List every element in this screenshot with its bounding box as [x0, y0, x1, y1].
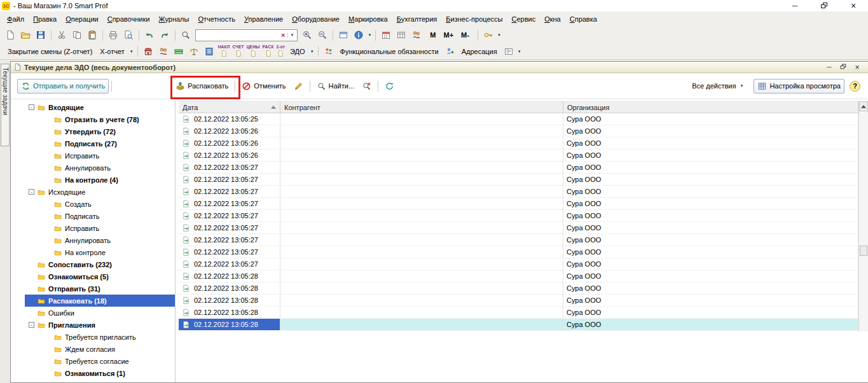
tree-item[interactable]: Исправить [11, 222, 175, 234]
tree-item[interactable]: Утвердить (72) [11, 125, 175, 137]
find-button[interactable]: Найти... [313, 79, 359, 94]
vertical-scrollbar[interactable] [858, 101, 868, 331]
table-row[interactable]: 02.12.2022 13:05:26Сура ООО [179, 150, 858, 162]
clear-find-button[interactable] [358, 79, 375, 94]
column-header-counterparty[interactable]: Контрагент [280, 101, 563, 113]
tree-item[interactable]: Аннулировать [11, 162, 175, 174]
scales-icon[interactable] [187, 45, 201, 59]
view-settings-button[interactable]: Настройка просмотра [754, 79, 844, 94]
collapse-icon[interactable]: - [29, 322, 34, 328]
table-row[interactable]: 02.12.2022 13:05:25Сура ООО [179, 113, 858, 125]
column-header-organization[interactable]: Организация [563, 101, 858, 113]
tree-item[interactable]: Ошибки [11, 307, 175, 319]
menu-item-5[interactable]: Журналы [154, 13, 193, 25]
redo-icon[interactable] [158, 28, 172, 42]
table-row[interactable]: 02.12.2022 13:05:26Сура ООО [179, 125, 858, 137]
tree-item[interactable]: Сопоставить (232) [11, 258, 175, 270]
save-icon[interactable] [34, 28, 48, 42]
table-row[interactable]: 02.12.2022 13:05:27Сура ООО [179, 234, 858, 246]
close-button[interactable]: × [839, 1, 868, 11]
menu-item-2[interactable]: Правка [29, 13, 61, 25]
functional-duties-button[interactable]: Функциональные обязанности [336, 46, 443, 57]
table-row[interactable]: 02.12.2022 13:05:28Сура ООО [179, 282, 858, 295]
doc-shortcut-button[interactable]: 2-от [277, 45, 286, 58]
all-actions-button[interactable]: Все действия▼ [688, 80, 748, 92]
edo-restore-button[interactable] [839, 64, 848, 71]
scroll-up-icon[interactable] [859, 101, 868, 111]
tree-item[interactable]: -Входящие [11, 101, 175, 113]
menu-item-6[interactable]: Отчетность [193, 13, 240, 25]
window-icon[interactable] [336, 28, 350, 42]
table-row[interactable]: 02.12.2022 13:05:27Сура ООО [179, 198, 858, 210]
cancel-button[interactable]: Отменить [238, 79, 289, 94]
info-icon[interactable] [352, 28, 366, 42]
restore-button[interactable] [809, 1, 839, 10]
catalog-icon[interactable] [202, 45, 216, 59]
key-icon[interactable] [481, 28, 495, 42]
menu-item-8[interactable]: Оборудование [287, 13, 344, 25]
tree-item[interactable]: Создать [11, 198, 175, 210]
menu-item-11[interactable]: Бизнес-процессы [441, 13, 507, 25]
edo-dropdown-icon[interactable]: ▼ [310, 50, 314, 53]
doc-shortcut-button[interactable]: НАКЛ [218, 45, 230, 58]
tree-item[interactable]: Подписать (27) [11, 137, 175, 150]
minimize-button[interactable]: ─ [780, 1, 809, 10]
tree-item[interactable]: Требуется согласие [11, 355, 175, 367]
doc-shortcut-button[interactable]: ЦЕНЫ [247, 45, 260, 58]
cash-icon[interactable] [172, 45, 186, 59]
table-row[interactable]: 02.12.2022 13:05:27Сура ООО [179, 162, 858, 174]
refresh-button[interactable] [381, 79, 398, 94]
chevron-down-icon[interactable]: ▼ [497, 33, 501, 37]
menu-item-1[interactable]: Файл [3, 13, 29, 25]
help-button[interactable]: ? [850, 81, 860, 92]
menu-item-4[interactable]: Справочники [103, 13, 155, 25]
edit-button[interactable] [290, 79, 307, 94]
table-row[interactable]: 02.12.2022 13:05:27Сура ООО [179, 174, 858, 186]
table-row[interactable]: 02.12.2022 13:05:27Сура ООО [179, 222, 858, 234]
tree-item[interactable]: Отразить в учете (78) [11, 113, 175, 125]
preview-icon[interactable] [121, 28, 135, 42]
collapse-icon[interactable]: - [29, 189, 34, 195]
tree-item[interactable]: На контроле (4) [11, 174, 175, 186]
unpack-button[interactable]: Распаковать [172, 79, 232, 94]
store-icon[interactable] [141, 45, 155, 59]
tree-item[interactable]: Исправить [11, 150, 175, 162]
zoom-in-icon[interactable] [300, 28, 314, 42]
users-icon[interactable] [410, 28, 424, 42]
scrollbar-thumb[interactable] [860, 246, 867, 256]
collapse-icon[interactable]: - [29, 104, 34, 110]
menu-item-14[interactable]: Справка [565, 13, 602, 25]
edo-close-button[interactable]: × [853, 63, 862, 72]
functional-duties-icon[interactable] [322, 45, 336, 59]
print-icon[interactable] [106, 28, 120, 42]
menu-item-12[interactable]: Сервис [507, 13, 540, 25]
memory-button-М-[interactable]: М- [458, 30, 472, 40]
tree-item[interactable]: Требуется пригласить [11, 331, 175, 343]
table-row[interactable]: 02.12.2022 13:05:28Сура ООО [179, 307, 858, 319]
find-icon[interactable] [179, 28, 193, 42]
tree-item[interactable]: На контроле [11, 246, 175, 258]
paste-icon[interactable] [85, 28, 99, 42]
tree-item[interactable]: -Исходящие [11, 186, 175, 198]
x-report-button[interactable]: Х-отчет [96, 46, 128, 57]
copy-icon[interactable] [70, 28, 84, 42]
z-report-button[interactable]: Закрытие смены (Z-отчет) [4, 46, 96, 57]
tree-item[interactable]: Аннулировать [11, 234, 175, 246]
cut-icon[interactable] [55, 28, 69, 42]
reports-dropdown-icon[interactable]: ▼ [130, 50, 134, 53]
memory-button-М+[interactable]: М+ [441, 30, 457, 40]
table-row[interactable]: 02.12.2022 13:05:28Сура ООО [179, 295, 858, 307]
tree-item[interactable]: -Приглашения [11, 319, 175, 331]
news-dropdown-icon[interactable]: ▼ [518, 50, 521, 53]
edo-menu-button[interactable]: ЭДО [286, 46, 309, 57]
menu-item-3[interactable]: Операции [61, 13, 102, 25]
table-row[interactable]: 02.12.2022 13:05:26Сура ООО [179, 137, 858, 150]
edo-minimize-button[interactable]: ─ [825, 64, 834, 71]
addressing-button[interactable]: Адресация [458, 46, 501, 57]
search-dropdown-icon[interactable]: ▼ [287, 32, 296, 38]
menu-item-9[interactable]: Маркировка [344, 13, 392, 25]
calendar-icon[interactable] [379, 28, 393, 42]
table-row[interactable]: 02.12.2022 13:05:28Сура ООО [179, 319, 858, 331]
tree-item[interactable]: Ознакомиться (5) [11, 270, 175, 282]
menu-item-13[interactable]: Окна [540, 13, 565, 25]
